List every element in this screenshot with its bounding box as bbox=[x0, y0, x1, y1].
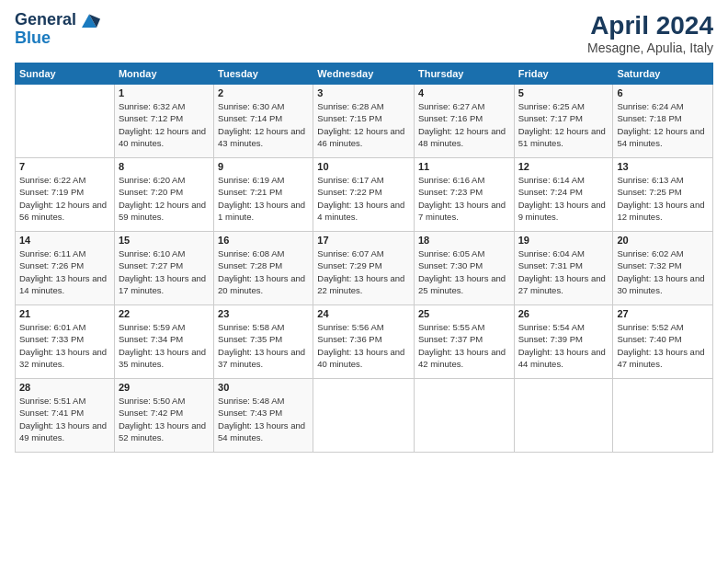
day-number: 15 bbox=[119, 235, 210, 246]
day-number: 26 bbox=[518, 308, 609, 319]
day-info: Sunrise: 5:54 AMSunset: 7:39 PMDaylight:… bbox=[518, 321, 609, 370]
day-number: 22 bbox=[119, 308, 210, 319]
day-info: Sunrise: 6:32 AMSunset: 7:12 PMDaylight:… bbox=[119, 100, 210, 149]
calendar-cell: 11Sunrise: 6:16 AMSunset: 7:23 PMDayligh… bbox=[414, 158, 514, 232]
calendar-cell: 2Sunrise: 6:30 AMSunset: 7:14 PMDaylight… bbox=[214, 85, 313, 158]
calendar-cell bbox=[514, 379, 613, 453]
day-info: Sunrise: 6:05 AMSunset: 7:30 PMDaylight:… bbox=[418, 247, 510, 296]
day-number: 18 bbox=[418, 235, 510, 246]
calendar-cell: 30Sunrise: 5:48 AMSunset: 7:43 PMDayligh… bbox=[214, 379, 313, 453]
day-number: 30 bbox=[218, 382, 309, 393]
calendar-cell: 4Sunrise: 6:27 AMSunset: 7:16 PMDaylight… bbox=[414, 85, 514, 158]
day-number: 21 bbox=[19, 308, 110, 319]
day-number: 10 bbox=[317, 161, 410, 172]
day-number: 4 bbox=[418, 87, 510, 98]
calendar-cell: 26Sunrise: 5:54 AMSunset: 7:39 PMDayligh… bbox=[514, 305, 613, 379]
logo-icon bbox=[78, 11, 100, 29]
day-info: Sunrise: 5:48 AMSunset: 7:43 PMDaylight:… bbox=[218, 395, 309, 443]
day-number: 19 bbox=[518, 235, 609, 246]
day-info: Sunrise: 6:27 AMSunset: 7:16 PMDaylight:… bbox=[418, 100, 510, 149]
day-number: 17 bbox=[317, 235, 410, 246]
weekday-header-sunday: Sunday bbox=[16, 63, 115, 85]
logo-text-blue: Blue bbox=[15, 29, 100, 48]
day-number: 14 bbox=[19, 235, 110, 246]
week-row-2: 7Sunrise: 6:22 AMSunset: 7:19 PMDaylight… bbox=[16, 158, 713, 232]
header: General Blue April 2024 Mesagne, Apulia,… bbox=[15, 11, 713, 55]
day-info: Sunrise: 6:07 AMSunset: 7:29 PMDaylight:… bbox=[317, 247, 410, 296]
day-number: 1 bbox=[119, 87, 210, 98]
calendar-table: SundayMondayTuesdayWednesdayThursdayFrid… bbox=[15, 63, 713, 453]
week-row-1: 1Sunrise: 6:32 AMSunset: 7:12 PMDaylight… bbox=[16, 85, 713, 158]
day-number: 20 bbox=[617, 235, 709, 246]
day-info: Sunrise: 6:28 AMSunset: 7:15 PMDaylight:… bbox=[317, 100, 410, 149]
weekday-header-saturday: Saturday bbox=[613, 63, 713, 85]
weekday-header-thursday: Thursday bbox=[414, 63, 514, 85]
calendar-cell: 27Sunrise: 5:52 AMSunset: 7:40 PMDayligh… bbox=[613, 305, 713, 379]
week-row-3: 14Sunrise: 6:11 AMSunset: 7:26 PMDayligh… bbox=[16, 232, 713, 305]
calendar-cell: 23Sunrise: 5:58 AMSunset: 7:35 PMDayligh… bbox=[214, 305, 313, 379]
day-info: Sunrise: 5:51 AMSunset: 7:41 PMDaylight:… bbox=[19, 395, 110, 443]
day-info: Sunrise: 6:17 AMSunset: 7:22 PMDaylight:… bbox=[317, 174, 410, 223]
calendar-cell: 6Sunrise: 6:24 AMSunset: 7:18 PMDaylight… bbox=[613, 85, 713, 158]
month-title: April 2024 bbox=[587, 11, 713, 40]
day-info: Sunrise: 6:19 AMSunset: 7:21 PMDaylight:… bbox=[218, 174, 309, 223]
calendar-cell: 10Sunrise: 6:17 AMSunset: 7:22 PMDayligh… bbox=[313, 158, 415, 232]
day-number: 3 bbox=[317, 87, 410, 98]
day-info: Sunrise: 5:59 AMSunset: 7:34 PMDaylight:… bbox=[119, 321, 210, 370]
calendar-cell: 16Sunrise: 6:08 AMSunset: 7:28 PMDayligh… bbox=[214, 232, 313, 305]
location-title: Mesagne, Apulia, Italy bbox=[587, 40, 713, 55]
day-info: Sunrise: 6:22 AMSunset: 7:19 PMDaylight:… bbox=[19, 174, 110, 223]
logo-text-general: General bbox=[15, 11, 76, 29]
calendar-cell: 12Sunrise: 6:14 AMSunset: 7:24 PMDayligh… bbox=[514, 158, 613, 232]
weekday-header-wednesday: Wednesday bbox=[313, 63, 415, 85]
day-number: 28 bbox=[19, 382, 110, 393]
day-info: Sunrise: 6:13 AMSunset: 7:25 PMDaylight:… bbox=[617, 174, 709, 223]
calendar-cell: 8Sunrise: 6:20 AMSunset: 7:20 PMDaylight… bbox=[114, 158, 213, 232]
week-row-4: 21Sunrise: 6:01 AMSunset: 7:33 PMDayligh… bbox=[16, 305, 713, 379]
logo: General Blue bbox=[15, 11, 100, 48]
calendar-cell bbox=[613, 379, 713, 453]
calendar-cell: 25Sunrise: 5:55 AMSunset: 7:37 PMDayligh… bbox=[414, 305, 514, 379]
calendar-cell bbox=[16, 85, 115, 158]
day-number: 9 bbox=[218, 161, 309, 172]
calendar-cell bbox=[414, 379, 514, 453]
calendar-cell: 13Sunrise: 6:13 AMSunset: 7:25 PMDayligh… bbox=[613, 158, 713, 232]
calendar-cell: 22Sunrise: 5:59 AMSunset: 7:34 PMDayligh… bbox=[114, 305, 213, 379]
calendar-cell: 9Sunrise: 6:19 AMSunset: 7:21 PMDaylight… bbox=[214, 158, 313, 232]
day-number: 24 bbox=[317, 308, 410, 319]
day-info: Sunrise: 6:30 AMSunset: 7:14 PMDaylight:… bbox=[218, 100, 309, 149]
day-number: 2 bbox=[218, 87, 309, 98]
weekday-header-row: SundayMondayTuesdayWednesdayThursdayFrid… bbox=[16, 63, 713, 85]
day-info: Sunrise: 5:55 AMSunset: 7:37 PMDaylight:… bbox=[418, 321, 510, 370]
calendar-cell: 24Sunrise: 5:56 AMSunset: 7:36 PMDayligh… bbox=[313, 305, 415, 379]
day-info: Sunrise: 6:25 AMSunset: 7:17 PMDaylight:… bbox=[518, 100, 609, 149]
weekday-header-monday: Monday bbox=[114, 63, 213, 85]
day-info: Sunrise: 6:14 AMSunset: 7:24 PMDaylight:… bbox=[518, 174, 609, 223]
calendar-cell: 21Sunrise: 6:01 AMSunset: 7:33 PMDayligh… bbox=[16, 305, 115, 379]
day-number: 27 bbox=[617, 308, 709, 319]
week-row-5: 28Sunrise: 5:51 AMSunset: 7:41 PMDayligh… bbox=[16, 379, 713, 453]
day-info: Sunrise: 6:02 AMSunset: 7:32 PMDaylight:… bbox=[617, 247, 709, 296]
day-info: Sunrise: 6:01 AMSunset: 7:33 PMDaylight:… bbox=[19, 321, 110, 370]
day-info: Sunrise: 6:04 AMSunset: 7:31 PMDaylight:… bbox=[518, 247, 609, 296]
day-info: Sunrise: 5:58 AMSunset: 7:35 PMDaylight:… bbox=[218, 321, 309, 370]
calendar-cell: 18Sunrise: 6:05 AMSunset: 7:30 PMDayligh… bbox=[414, 232, 514, 305]
calendar-cell: 5Sunrise: 6:25 AMSunset: 7:17 PMDaylight… bbox=[514, 85, 613, 158]
day-number: 12 bbox=[518, 161, 609, 172]
calendar-cell: 7Sunrise: 6:22 AMSunset: 7:19 PMDaylight… bbox=[16, 158, 115, 232]
title-block: April 2024 Mesagne, Apulia, Italy bbox=[587, 11, 713, 55]
day-info: Sunrise: 6:20 AMSunset: 7:20 PMDaylight:… bbox=[119, 174, 210, 223]
day-number: 6 bbox=[617, 87, 709, 98]
weekday-header-friday: Friday bbox=[514, 63, 613, 85]
calendar-cell: 14Sunrise: 6:11 AMSunset: 7:26 PMDayligh… bbox=[16, 232, 115, 305]
calendar-cell: 28Sunrise: 5:51 AMSunset: 7:41 PMDayligh… bbox=[16, 379, 115, 453]
day-info: Sunrise: 5:52 AMSunset: 7:40 PMDaylight:… bbox=[617, 321, 709, 370]
day-number: 8 bbox=[119, 161, 210, 172]
weekday-header-tuesday: Tuesday bbox=[214, 63, 313, 85]
calendar-cell: 29Sunrise: 5:50 AMSunset: 7:42 PMDayligh… bbox=[114, 379, 213, 453]
day-info: Sunrise: 6:24 AMSunset: 7:18 PMDaylight:… bbox=[617, 100, 709, 149]
day-number: 7 bbox=[19, 161, 110, 172]
day-info: Sunrise: 5:56 AMSunset: 7:36 PMDaylight:… bbox=[317, 321, 410, 370]
calendar-cell: 1Sunrise: 6:32 AMSunset: 7:12 PMDaylight… bbox=[114, 85, 213, 158]
day-number: 29 bbox=[119, 382, 210, 393]
